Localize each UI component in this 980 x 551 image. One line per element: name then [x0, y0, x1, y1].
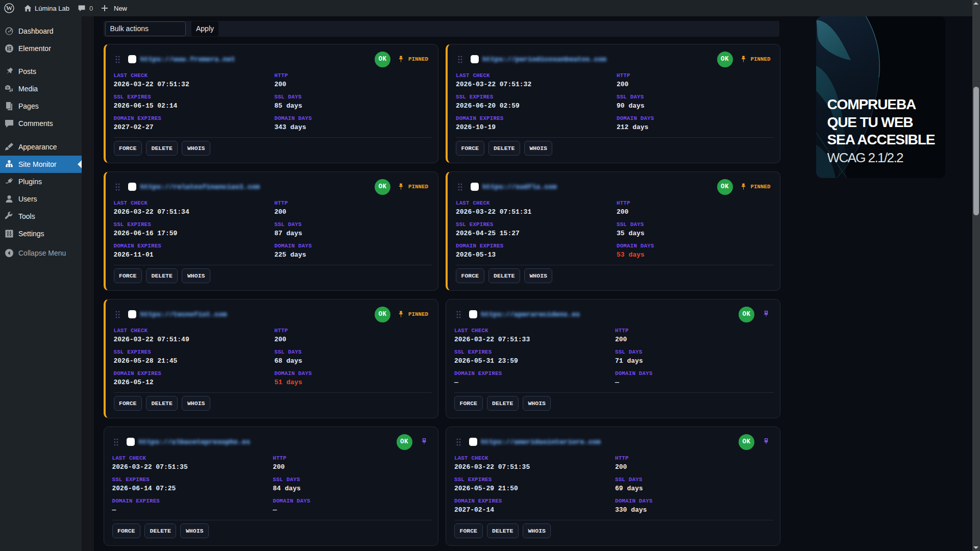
svg-text:W: W	[6, 5, 13, 12]
